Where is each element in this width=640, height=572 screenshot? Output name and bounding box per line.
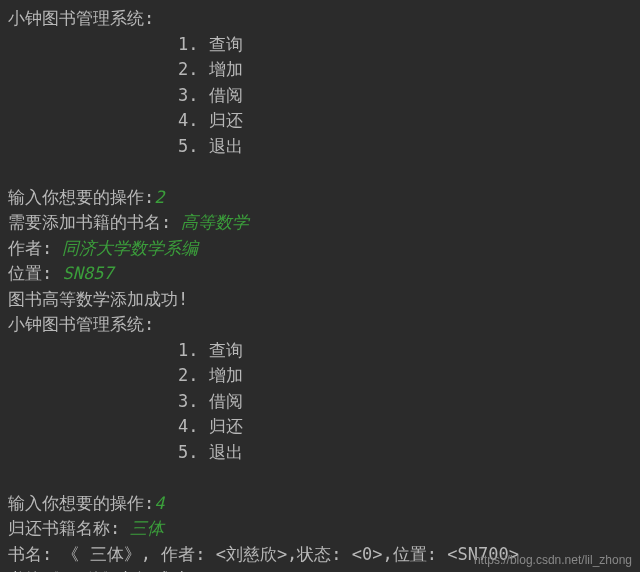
user-input-position: SN857: [62, 263, 113, 283]
user-input-return-name: 三体: [130, 518, 164, 538]
prompt-return-name: 归还书籍名称:: [8, 518, 130, 538]
menu-item: 3. 借阅: [8, 389, 632, 415]
menu-item: 5. 退出: [8, 134, 632, 160]
user-input-operation: 2: [154, 187, 164, 207]
menu-item: 4. 归还: [8, 108, 632, 134]
menu-item: 5. 退出: [8, 440, 632, 466]
user-input-author: 同济大学数学系编: [62, 238, 198, 258]
success-message: 图书高等数学添加成功!: [8, 287, 632, 313]
prompt-operation: 输入你想要的操作:: [8, 187, 154, 207]
prompt-position: 位置:: [8, 263, 62, 283]
menu-title-1: 小钟图书管理系统:: [8, 6, 632, 32]
prompt-line: 输入你想要的操作:2: [8, 185, 632, 211]
menu-item: 2. 增加: [8, 57, 632, 83]
blank-line: [8, 465, 632, 491]
blank-line: [8, 159, 632, 185]
menu-item: 1. 查询: [8, 32, 632, 58]
menu-item: 3. 借阅: [8, 83, 632, 109]
prompt-author: 作者:: [8, 238, 62, 258]
prompt-line: 归还书籍名称: 三体: [8, 516, 632, 542]
menu-title-2: 小钟图书管理系统:: [8, 312, 632, 338]
menu-item: 1. 查询: [8, 338, 632, 364]
prompt-line: 输入你想要的操作:4: [8, 491, 632, 517]
user-input-bookname: 高等数学: [181, 212, 249, 232]
prompt-line: 位置: SN857: [8, 261, 632, 287]
prompt-line: 需要添加书籍的书名: 高等数学: [8, 210, 632, 236]
menu-item: 2. 增加: [8, 363, 632, 389]
prompt-bookname: 需要添加书籍的书名:: [8, 212, 181, 232]
prompt-operation: 输入你想要的操作:: [8, 493, 154, 513]
watermark: https://blog.csdn.net/lil_zhong: [474, 551, 632, 569]
user-input-operation: 4: [154, 493, 164, 513]
menu-item: 4. 归还: [8, 414, 632, 440]
prompt-line: 作者: 同济大学数学系编: [8, 236, 632, 262]
